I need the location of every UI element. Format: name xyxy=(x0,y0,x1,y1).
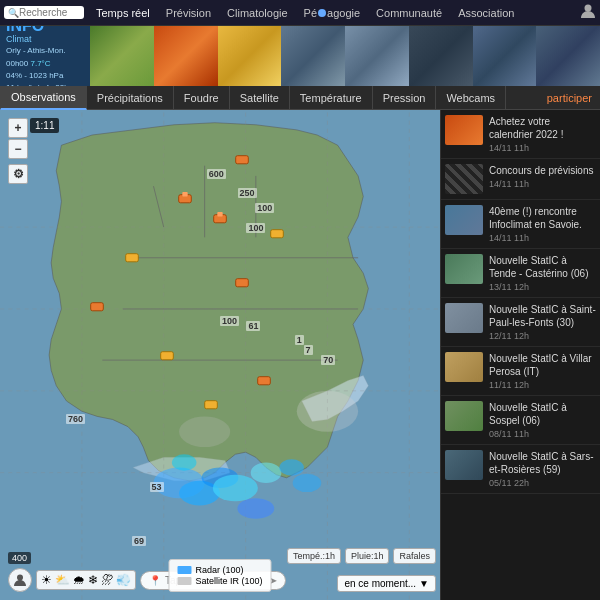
weather-thumb-4[interactable] xyxy=(281,26,345,86)
weather-thumb-3[interactable] xyxy=(218,26,282,86)
cloud-icon[interactable]: ⛅ xyxy=(55,573,70,587)
sidebar-thumb xyxy=(445,352,483,382)
subnav-precipitations[interactable]: Précipitations xyxy=(87,86,174,110)
svg-point-21 xyxy=(179,416,230,447)
sidebar-item-title: Nouvelle StatIC à Sars-et-Rosières (59) xyxy=(489,450,596,476)
subnav-temperature[interactable]: Température xyxy=(290,86,373,110)
svg-rect-32 xyxy=(271,229,284,237)
settings-button[interactable]: ⚙ xyxy=(8,164,28,184)
participate-button[interactable]: participer xyxy=(539,92,600,104)
snow-icon[interactable]: ❄ xyxy=(88,573,98,587)
weather-thumb-8[interactable] xyxy=(536,26,600,86)
sidebar-item-static-saint-paul[interactable]: Nouvelle StatIC à Saint-Paul-les-Fonts (… xyxy=(441,298,600,347)
legend-radar: Radar (100) xyxy=(177,565,262,575)
map-label-100a: 100 xyxy=(255,203,274,213)
stat-rafales-button[interactable]: Rafales xyxy=(393,548,436,564)
svg-point-16 xyxy=(279,459,304,475)
sub-navigation: Observations Précipitations Foudre Satel… xyxy=(0,86,600,110)
sidebar-item-concours[interactable]: Concours de prévisions 14/11 11h xyxy=(441,159,600,200)
map-label-69: 69 xyxy=(132,536,146,546)
wx-station-6 xyxy=(255,369,273,390)
zoom-out-button[interactable]: − xyxy=(8,139,28,159)
sun-icon[interactable]: ☀ xyxy=(41,573,52,587)
sidebar-item-title: Achetez votre calendrier 2022 ! xyxy=(489,115,596,141)
storm-icon[interactable]: ⛈ xyxy=(101,573,113,587)
svg-rect-27 xyxy=(236,278,249,286)
user-button[interactable] xyxy=(8,568,32,592)
stat-tempe-button[interactable]: Tempé.:1h xyxy=(287,548,341,564)
sidebar-item-static-sospel[interactable]: Nouvelle StatIC à Sospel (06) 08/11 11h xyxy=(441,396,600,445)
nav-communaute[interactable]: Communauté xyxy=(368,0,450,26)
sidebar-item-calendrier[interactable]: Achetez votre calendrier 2022 ! 14/11 11… xyxy=(441,110,600,159)
wind-icon[interactable]: 💨 xyxy=(116,573,131,587)
sidebar-item-static-villar[interactable]: Nouvelle StatIC à Villar Perosa (IT) 11/… xyxy=(441,347,600,396)
subnav-webcams[interactable]: Webcams xyxy=(436,86,506,110)
zoom-in-button[interactable]: + xyxy=(8,118,28,138)
nav-temps-reel[interactable]: Temps réel xyxy=(88,0,158,26)
nav-climatologie[interactable]: Climatologie xyxy=(219,0,296,26)
map-label-1: 1 xyxy=(295,335,304,345)
subnav-foudre[interactable]: Foudre xyxy=(174,86,230,110)
svg-rect-25 xyxy=(217,212,222,217)
search-input[interactable] xyxy=(19,7,79,18)
map-container[interactable]: 600 250 100 100 760 100 61 1 7 70 53 69 xyxy=(0,110,440,600)
sidebar-item-static-tende[interactable]: Nouvelle StatIC à Tende - Castérino (06)… xyxy=(441,249,600,298)
sidebar-item-static-sars[interactable]: Nouvelle StatIC à Sars-et-Rosières (59) … xyxy=(441,445,600,494)
wx-station-3 xyxy=(123,247,141,268)
map-label-250: 250 xyxy=(238,188,257,198)
top-navigation: 🔍 Temps réel Prévision Climatologie Péag… xyxy=(0,0,600,26)
moment-label: en ce moment... xyxy=(344,578,416,589)
sidebar-item-rencontre-infoclimat[interactable]: 40ème (!) rencontre Infoclimat en Savoie… xyxy=(441,200,600,249)
sidebar-item-date: 14/11 11h xyxy=(489,179,596,189)
station-time-temp: 00h00 7.7°C xyxy=(6,59,51,69)
sidebar-thumb xyxy=(445,303,483,333)
nav-prevision[interactable]: Prévision xyxy=(158,0,219,26)
rain-icon[interactable]: 🌧 xyxy=(73,573,85,587)
sidebar-item-date: 14/11 11h xyxy=(489,143,596,153)
sidebar: Achetez votre calendrier 2022 ! 14/11 11… xyxy=(440,110,600,600)
info-logo: INFO Climat Orly - Athis-Mon. 00h00 7.7°… xyxy=(0,26,90,86)
weather-thumb-7[interactable] xyxy=(473,26,537,86)
map-legend: Radar (100) Satellite IR (100) xyxy=(168,559,271,592)
svg-point-19 xyxy=(293,474,322,492)
user-icon[interactable] xyxy=(580,3,596,22)
sidebar-thumb xyxy=(445,164,483,194)
svg-point-34 xyxy=(17,575,23,581)
map-controls: + − ⚙ xyxy=(8,118,28,184)
wx-station-8 xyxy=(88,296,106,317)
dot-icon xyxy=(318,9,326,17)
legend-satellite: Satellite IR (100) xyxy=(177,576,262,586)
subnav-observations[interactable]: Observations xyxy=(0,86,87,110)
legend-radar-label: Radar (100) xyxy=(195,565,243,575)
svg-rect-31 xyxy=(90,303,103,311)
stat-row: Tempé.:1h Pluie:1h Rafales xyxy=(287,548,436,564)
sidebar-item-title: Nouvelle StatIC à Tende - Castérino (06) xyxy=(489,254,596,280)
sidebar-item-date: 05/11 22h xyxy=(489,478,596,488)
sidebar-item-date: 12/11 12h xyxy=(489,331,596,341)
sidebar-thumb xyxy=(445,401,483,431)
legend-satellite-color xyxy=(177,577,191,585)
wx-station-5 xyxy=(158,345,176,366)
weather-thumb-6[interactable] xyxy=(409,26,473,86)
map-label-7: 7 xyxy=(304,345,313,355)
wx-station-7 xyxy=(202,394,220,415)
map-label-100b: 100 xyxy=(246,223,265,233)
map-label-70: 70 xyxy=(321,355,335,365)
svg-point-14 xyxy=(213,475,258,502)
weather-banner: INFO Climat Orly - Athis-Mon. 00h00 7.7°… xyxy=(0,26,600,86)
legend-satellite-label: Satellite IR (100) xyxy=(195,576,262,586)
subnav-satellite[interactable]: Satellite xyxy=(230,86,290,110)
map-label-600: 600 xyxy=(207,169,226,179)
weather-thumb-1[interactable] xyxy=(90,26,154,86)
subnav-pression[interactable]: Pression xyxy=(373,86,437,110)
weather-thumb-5[interactable] xyxy=(345,26,409,86)
svg-point-0 xyxy=(585,5,592,12)
moment-dropdown[interactable]: en ce moment... ▼ xyxy=(337,575,436,592)
nav-pedagogie[interactable]: Péagogie xyxy=(296,0,369,26)
search-box[interactable]: 🔍 xyxy=(4,6,84,19)
search-icon: 🔍 xyxy=(8,8,19,18)
weather-icons-bar: ☀ ⛅ 🌧 ❄ ⛈ 💨 xyxy=(36,570,136,590)
weather-thumb-2[interactable] xyxy=(154,26,218,86)
nav-association[interactable]: Association xyxy=(450,0,522,26)
stat-pluie-button[interactable]: Pluie:1h xyxy=(345,548,390,564)
